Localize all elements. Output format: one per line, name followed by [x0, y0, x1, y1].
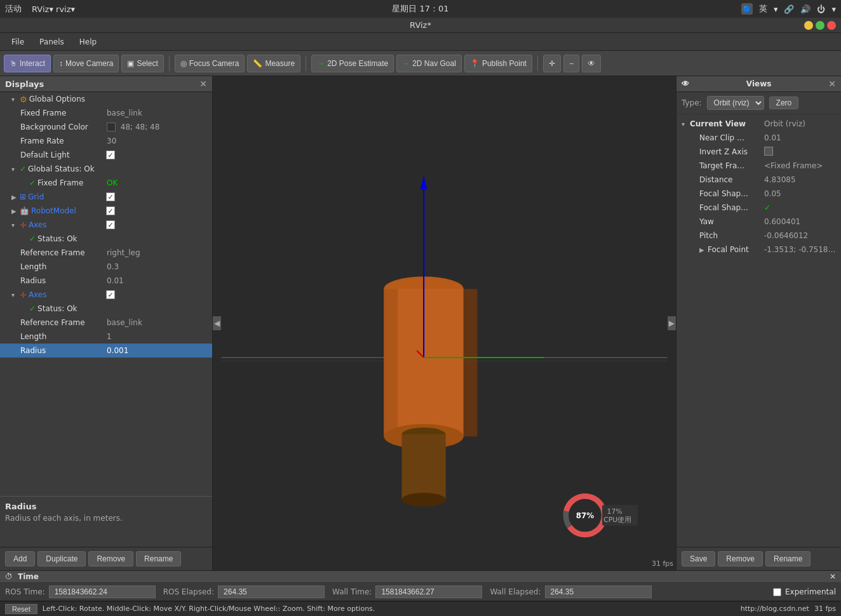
views-remove-button[interactable]: Remove — [718, 551, 763, 566]
add-button[interactable]: Add — [5, 551, 35, 566]
sys-right: 🔵 英▾ 🔗 🔊 ⏻▾ — [741, 3, 836, 15]
frame-rate-value[interactable]: 30 — [104, 137, 210, 145]
axes2-refframe-value[interactable]: base_link — [104, 318, 210, 327]
axes2-checkbox[interactable]: ✓ — [106, 290, 115, 299]
axes2-length-row[interactable]: Length 1 — [0, 330, 212, 344]
focal-shap2-value[interactable]: ✓ — [764, 203, 836, 212]
menu-file[interactable]: File — [5, 36, 30, 48]
axes1-length-row[interactable]: Length 0.3 — [0, 260, 212, 274]
axes2-length-value[interactable]: 1 — [104, 332, 210, 341]
wall-elapsed-input[interactable] — [545, 586, 652, 598]
axes2-radius-row[interactable]: Radius 0.001 — [0, 344, 212, 358]
invert-z-checkbox[interactable] — [764, 147, 773, 156]
views-type-select[interactable]: Orbit (rviz) — [707, 96, 764, 110]
hint-text: Left-Click: Rotate. Middle-Click: Move X… — [43, 605, 375, 613]
crosshair-button[interactable]: ✛ — [543, 55, 561, 72]
interact-button[interactable]: 🖱 Interact — [4, 55, 51, 72]
gs-fixed-frame-row[interactable]: ✓ Fixed Frame OK — [0, 176, 212, 190]
axes1-row[interactable]: ▾ ✛ Axes ✓ — [0, 218, 212, 232]
time-close[interactable]: ✕ — [830, 572, 836, 581]
axes1-refframe-value[interactable]: right_leg — [104, 248, 210, 257]
robot-checkbox[interactable]: ✓ — [106, 206, 115, 215]
default-light-checkbox[interactable]: ✓ — [106, 151, 115, 159]
fixed-frame-value[interactable]: base_link — [104, 109, 210, 117]
distance-row[interactable]: Distance 4.83085 — [676, 173, 841, 187]
focus-camera-button[interactable]: ◎ Focus Camera — [175, 55, 245, 72]
focal-shap1-row[interactable]: Focal Shap… 0.05 — [676, 187, 841, 201]
axes1-radius-row[interactable]: Radius 0.01 — [0, 274, 212, 288]
close-button[interactable] — [827, 21, 836, 30]
focal-shap2-row[interactable]: Focal Shap… ✓ — [676, 201, 841, 215]
invert-z-row[interactable]: Invert Z Axis — [676, 145, 841, 159]
viewport[interactable]: ◀ — [213, 76, 676, 570]
nav-goal-button[interactable]: → 2D Nav Goal — [396, 55, 462, 72]
focal-shap1-value[interactable]: 0.05 — [764, 189, 836, 198]
default-light-check[interactable]: ✓ — [104, 151, 117, 159]
publish-point-button[interactable]: 📍 Publish Point — [464, 55, 532, 72]
frame-rate-row[interactable]: Frame Rate 30 — [0, 134, 212, 148]
axes1-check[interactable]: ✓ — [104, 220, 117, 229]
rename-button[interactable]: Rename — [136, 551, 181, 566]
global-status-row[interactable]: ▾ ✓ Global Status: Ok — [0, 162, 212, 176]
views-close[interactable]: ✕ — [828, 79, 836, 89]
grid-checkbox[interactable]: ✓ — [106, 192, 115, 201]
experimental-checkbox[interactable] — [773, 588, 781, 596]
global-options-row[interactable]: ▾ ⚙ Global Options — [0, 92, 212, 106]
axes1-length-value[interactable]: 0.3 — [104, 262, 210, 271]
measure-button[interactable]: 📏 Measure — [247, 55, 300, 72]
robot-model-row[interactable]: ▶ 🤖 RobotModel ✓ — [0, 204, 212, 218]
fixed-frame-row[interactable]: Fixed Frame base_link — [0, 106, 212, 120]
invert-z-check[interactable] — [764, 147, 836, 157]
menu-help[interactable]: Help — [73, 36, 103, 48]
yaw-value[interactable]: 0.600401 — [764, 217, 836, 226]
near-clip-value[interactable]: 0.01 — [764, 133, 836, 142]
collapse-right-arrow[interactable]: ▶ — [668, 316, 676, 330]
wall-time-input[interactable] — [375, 586, 482, 598]
axes2-status-row[interactable]: ✓ Status: Ok — [0, 302, 212, 316]
axes2-check[interactable]: ✓ — [104, 290, 117, 299]
axes1-checkbox[interactable]: ✓ — [106, 220, 115, 229]
expand-icon: ▶ — [11, 194, 18, 201]
minus-button[interactable]: − — [563, 55, 579, 72]
axes1-radius-value[interactable]: 0.01 — [104, 276, 210, 285]
distance-value[interactable]: 4.83085 — [764, 175, 836, 184]
views-rename-button[interactable]: Rename — [765, 551, 811, 566]
pitch-row[interactable]: Pitch -0.0646012 — [676, 229, 841, 243]
grid-check[interactable]: ✓ — [104, 192, 117, 201]
ros-elapsed-input[interactable] — [218, 586, 325, 598]
displays-tree[interactable]: ▾ ⚙ Global Options Fixed Frame base_link… — [0, 92, 212, 496]
axes1-status-row[interactable]: ✓ Status: Ok — [0, 232, 212, 246]
invert-z-name: Invert Z Axis — [682, 147, 764, 156]
select-button[interactable]: ▣ Select — [121, 55, 163, 72]
robot-model-check[interactable]: ✓ — [104, 206, 117, 215]
remove-button[interactable]: Remove — [88, 551, 133, 566]
grid-row[interactable]: ▶ ⊞ Grid ✓ — [0, 190, 212, 204]
target-frame-value[interactable]: <Fixed Frame> — [764, 161, 836, 170]
axes2-radius-value[interactable]: 0.001 — [104, 346, 210, 355]
reset-button[interactable]: Reset — [5, 604, 37, 614]
displays-close[interactable]: ✕ — [199, 79, 207, 89]
minimize-button[interactable] — [804, 21, 813, 30]
collapse-left-arrow[interactable]: ◀ — [213, 316, 221, 330]
views-save-button[interactable]: Save — [682, 551, 715, 566]
pitch-value[interactable]: -0.0646012 — [764, 231, 836, 240]
fps-display: 31 fps — [652, 559, 673, 568]
duplicate-button[interactable]: Duplicate — [37, 551, 86, 566]
ros-time-input[interactable] — [49, 586, 156, 598]
yaw-row[interactable]: Yaw 0.600401 — [676, 215, 841, 229]
near-clip-row[interactable]: Near Clip … 0.01 — [676, 131, 841, 145]
current-view-header[interactable]: ▾ Current View Orbit (rviz) — [676, 117, 841, 131]
menu-panels[interactable]: Panels — [33, 36, 71, 48]
eye-button[interactable]: 👁 — [582, 55, 601, 72]
zero-button[interactable]: Zero — [769, 97, 799, 109]
bg-color-row[interactable]: Background Color 48; 48; 48 — [0, 120, 212, 134]
axes2-row[interactable]: ▾ ✛ Axes ✓ — [0, 288, 212, 302]
default-light-row[interactable]: Default Light ✓ — [0, 148, 212, 162]
focal-point-row[interactable]: ▶ Focal Point -1.3513; -0.7518… — [676, 243, 841, 257]
maximize-button[interactable] — [816, 21, 824, 30]
target-frame-row[interactable]: Target Fra… <Fixed Frame> — [676, 159, 841, 173]
move-camera-button[interactable]: ↕ Move Camera — [53, 55, 119, 72]
axes1-refframe-row[interactable]: Reference Frame right_leg — [0, 246, 212, 260]
axes2-refframe-row[interactable]: Reference Frame base_link — [0, 316, 212, 330]
pose-estimate-button[interactable]: → 2D Pose Estimate — [311, 55, 394, 72]
